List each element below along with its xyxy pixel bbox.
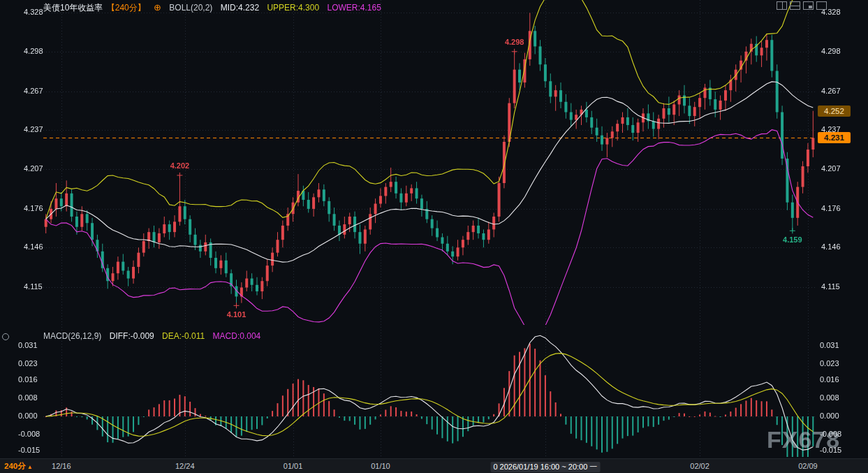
time-axis-label: 12/24: [175, 462, 195, 470]
macd-pane-collapse-icon[interactable]: [2, 333, 9, 340]
session-high-tag: 4.252: [818, 105, 851, 117]
boll-lower-value: LOWER:4.165: [327, 3, 381, 13]
boll-upper-value: UPPER:4.300: [267, 3, 319, 13]
price-annotation-swing-low: 4.101: [227, 310, 247, 319]
watermark: FX678: [767, 426, 840, 453]
price-annotation-recent-low: 4.159: [783, 235, 802, 244]
circle-plus-icon[interactable]: ⊕: [154, 2, 161, 13]
macd-header: MACD(26,12,9) DIFF:-0.009 DEA:-0.011 MAC…: [43, 331, 266, 341]
layout-split-vertical-icon[interactable]: [777, 1, 787, 10]
layout-fullscreen-icon[interactable]: [816, 1, 827, 10]
layout-split-horizontal-icon[interactable]: [790, 1, 800, 10]
boll-indicator-label: BOLL(20,2): [169, 3, 212, 13]
boll-mid-value: MID:4.232: [221, 3, 259, 13]
instrument-title: 美债10年收益率: [43, 3, 103, 13]
time-axis-label: 02/02: [690, 462, 709, 470]
time-axis-bar: 240分▲ 12/1612/2401/0101/100 2026/01/19 1…: [0, 458, 868, 473]
current-price-tag: 4.231: [818, 132, 851, 143]
window-layout-controls: [777, 1, 827, 10]
time-axis-label: 02/09: [798, 462, 818, 470]
chart-canvas[interactable]: [0, 0, 868, 458]
chart-header: 美债10年收益率 【240分】 ⊕ BOLL(20,2) MID:4.232 U…: [43, 2, 387, 14]
price-annotation-local-high: 4.202: [170, 161, 190, 170]
time-axis-label: 01/10: [371, 462, 390, 470]
trading-chart-app: 美债10年收益率 【240分】 ⊕ BOLL(20,2) MID:4.232 U…: [0, 0, 868, 473]
price-annotation-swing-high: 4.298: [505, 38, 524, 46]
macd-diff-value: DIFF:-0.009: [110, 331, 154, 341]
crosshair-time-label: 0 2026/01/19 16:00 ~ 20:00 一: [490, 462, 600, 472]
timeframe-bracket: 【240分】: [107, 3, 146, 13]
time-axis-labels: 12/1612/2401/0101/100 2026/01/19 16:00 ~…: [0, 459, 868, 473]
macd-dea-value: DEA:-0.011: [162, 331, 205, 341]
time-axis-label: 12/16: [52, 462, 71, 470]
time-axis-label: 01/01: [284, 462, 303, 470]
macd-indicator-label: MACD(26,12,9): [43, 331, 101, 341]
macd-macd-value: MACD:0.004: [213, 331, 261, 341]
layout-pip-icon[interactable]: [803, 1, 814, 10]
